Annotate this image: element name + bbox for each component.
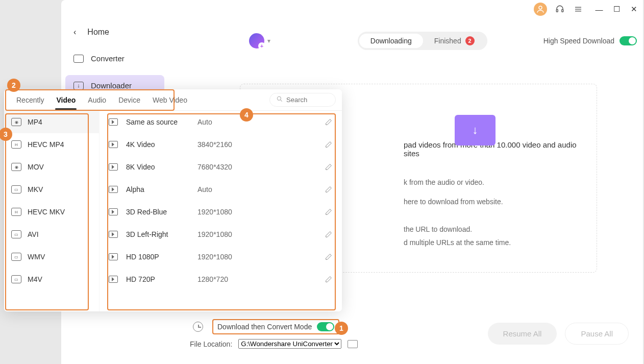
action-buttons: Resume All Pause All — [488, 323, 629, 345]
convert-mode-box: Download then Convert Mode — [212, 319, 339, 334]
file-location-row: File Location: G:\Wondershare UniConvert… — [190, 339, 358, 349]
format-icon: ▭ — [11, 275, 21, 283]
high-speed-download: High Speed Download — [543, 36, 637, 45]
chevron-left-icon: ‹ — [73, 28, 76, 37]
tab-recently[interactable]: Recently — [10, 91, 50, 109]
file-location-select[interactable]: G:\Wondershare UniConverter — [238, 339, 341, 349]
format-icon: ▭ — [11, 230, 21, 238]
converter-label: Converter — [91, 54, 125, 63]
menu-icon[interactable] — [573, 4, 584, 15]
edit-icon[interactable] — [325, 140, 333, 149]
resolution-item[interactable]: 3D Red-Blue1920*1080 — [100, 201, 342, 223]
drop-line-3: here to download from website. — [404, 198, 581, 206]
svg-rect-1 — [556, 10, 558, 12]
format-item-mp4[interactable]: ◉MP4 — [4, 111, 99, 133]
tab-finished[interactable]: Finished 2 — [423, 33, 486, 48]
format-category-tabs: Recently Video Audio Device Web Video — [4, 89, 342, 111]
play-icon — [109, 231, 118, 238]
svg-rect-2 — [562, 10, 563, 12]
tab-device[interactable]: Device — [112, 91, 146, 109]
format-item-avi[interactable]: ▭AVI — [4, 223, 99, 246]
convert-mode-toggle[interactable] — [317, 322, 334, 331]
annotation-badge-2: 2 — [7, 79, 20, 92]
edit-icon[interactable] — [325, 163, 333, 171]
tab-audio[interactable]: Audio — [82, 91, 112, 109]
back-home[interactable]: ‹ Home — [65, 22, 164, 42]
resolution-item[interactable]: Same as sourceAuto — [100, 111, 342, 133]
resolution-item[interactable]: HD 720P1280*720 — [100, 268, 342, 290]
format-item-hevc-mp4[interactable]: HHEVC MP4 — [4, 133, 99, 156]
resolution-item[interactable]: 8K Video7680*4320 — [100, 156, 342, 178]
search-icon — [276, 95, 283, 104]
edit-icon[interactable] — [325, 275, 333, 283]
converter-icon — [73, 55, 84, 63]
svg-point-0 — [539, 6, 542, 9]
high-speed-label: High Speed Download — [543, 37, 614, 45]
resolution-list: Same as sourceAuto 4K Video3840*2160 8K … — [99, 111, 342, 311]
play-icon — [109, 208, 118, 215]
play-icon — [109, 276, 118, 283]
annotation-badge-1: 1 — [335, 322, 348, 335]
play-icon — [109, 253, 118, 260]
resolution-item[interactable]: HD 1080P1920*1080 — [100, 246, 342, 268]
open-folder-icon[interactable] — [348, 340, 358, 348]
format-icon: H — [11, 140, 21, 149]
edit-icon[interactable] — [325, 118, 333, 126]
format-icon: ▭ — [11, 185, 21, 193]
finished-count-badge: 2 — [465, 36, 475, 45]
chevron-down-icon[interactable]: ▾ — [267, 37, 270, 44]
search-input[interactable] — [286, 96, 332, 104]
download-status-tabs: Downloading Finished 2 — [358, 32, 487, 50]
format-icon: ◉ — [11, 163, 21, 171]
format-item-wmv[interactable]: ▭WMV — [4, 246, 99, 268]
headset-icon[interactable] — [554, 4, 565, 15]
convert-mode-label: Download then Convert Mode — [217, 323, 312, 331]
resolution-item[interactable]: AlphaAuto — [100, 178, 342, 201]
edit-icon[interactable] — [325, 230, 333, 238]
download-folder-icon: ↓ — [455, 115, 496, 145]
pause-all-button[interactable]: Pause All — [565, 323, 629, 345]
maximize-button[interactable]: ☐ — [612, 5, 621, 13]
sidebar-item-converter[interactable]: Converter — [65, 48, 164, 69]
drop-line-4: the URL to download. — [404, 225, 581, 233]
edit-icon[interactable] — [325, 208, 333, 216]
play-icon — [109, 186, 118, 193]
format-list: ◉MP4 HHEVC MP4 ◉MOV ▭MKV HHEVC MKV ▭AVI … — [4, 111, 99, 311]
format-icon: ◉ — [11, 118, 21, 126]
format-item-hevc-mkv[interactable]: HHEVC MKV — [4, 201, 99, 223]
svg-point-6 — [277, 96, 281, 100]
format-icon: H — [11, 208, 21, 216]
home-label: Home — [87, 28, 109, 37]
format-item-m4v[interactable]: ▭M4V — [4, 268, 99, 290]
play-icon — [109, 163, 118, 171]
drop-line-5: d multiple URLs at the same time. — [404, 238, 581, 247]
play-icon — [109, 141, 118, 148]
format-icon: ▭ — [11, 253, 21, 261]
format-popup: Recently Video Audio Device Web Video ◉M… — [4, 89, 342, 311]
drop-line-2: k from the audio or video. — [404, 178, 581, 186]
annotation-badge-4: 4 — [240, 108, 253, 122]
file-location-label: File Location: — [190, 340, 232, 348]
play-icon — [109, 118, 118, 126]
tab-web-video[interactable]: Web Video — [146, 91, 193, 109]
minimize-button[interactable]: — — [595, 5, 603, 13]
avatar-icon[interactable] — [534, 3, 547, 16]
edit-icon[interactable] — [325, 185, 333, 193]
bottom-row-1: Download then Convert Mode — [193, 319, 339, 334]
format-item-mkv[interactable]: ▭MKV — [4, 178, 99, 201]
edit-icon[interactable] — [325, 253, 333, 261]
tab-downloading[interactable]: Downloading — [359, 34, 423, 48]
resolution-item[interactable]: 3D Left-Right1920*1080 — [100, 223, 342, 246]
tab-video[interactable]: Video — [50, 91, 82, 109]
high-speed-toggle[interactable] — [620, 36, 637, 45]
downloader-icon — [73, 82, 84, 90]
format-item-mov[interactable]: ◉MOV — [4, 156, 99, 178]
history-icon[interactable] — [193, 322, 203, 332]
downloader-label: Downloader — [91, 81, 132, 90]
resume-all-button[interactable]: Resume All — [488, 323, 557, 345]
window-controls: — ☐ ✕ — [595, 5, 638, 13]
add-download-button[interactable] — [249, 33, 264, 48]
format-search[interactable] — [269, 93, 336, 107]
close-button[interactable]: ✕ — [630, 5, 638, 13]
resolution-item[interactable]: 4K Video3840*2160 — [100, 133, 342, 156]
